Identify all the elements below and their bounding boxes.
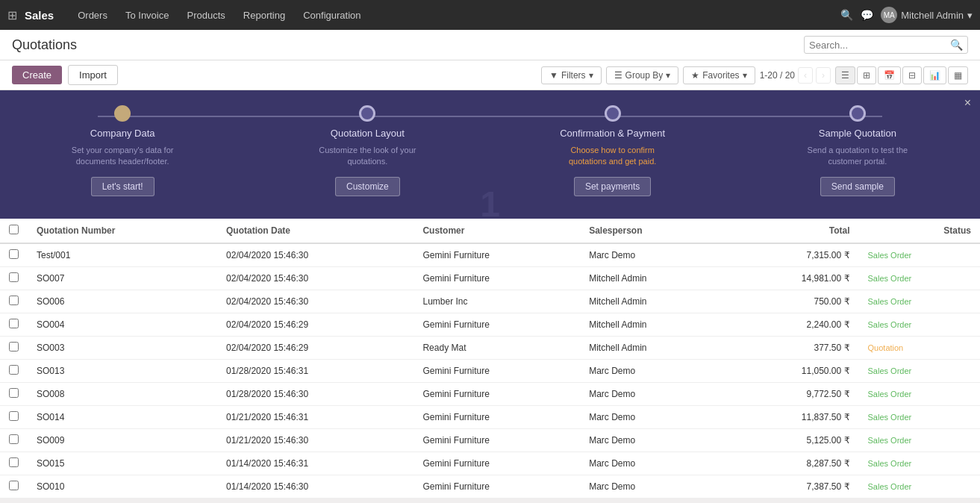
col-quotation-number[interactable]: Quotation Number [28,219,217,243]
grid-view-button[interactable]: ▦ [948,66,968,84]
chat-icon[interactable]: 💬 [861,9,873,21]
pagination-text: 1-20 / 20 [760,70,795,81]
row-date: 02/04/2020 15:46:30 [217,243,413,267]
step-4-title: Sample Quotation [819,128,896,139]
user-dropdown-icon: ▾ [967,10,973,21]
nav-products[interactable]: Products [179,7,232,24]
search-icon[interactable]: 🔍 [840,9,853,21]
col-total[interactable]: Total [728,219,858,243]
row-checkbox[interactable] [9,342,19,352]
col-customer[interactable]: Customer [413,219,580,243]
groupby-icon: ☰ [614,70,622,81]
table-row[interactable]: SO010 01/14/2020 15:46:30 Gemini Furnitu… [0,475,980,498]
row-date: 01/14/2020 15:46:30 [217,475,413,498]
row-checkbox[interactable] [9,319,19,328]
table-row[interactable]: SO015 01/14/2020 15:46:31 Gemini Furnitu… [0,452,980,475]
row-customer: Gemini Furniture [413,452,580,475]
row-checkbox[interactable] [9,272,19,282]
table-row[interactable]: SO013 01/28/2020 15:46:31 Gemini Furnitu… [0,359,980,382]
table-body: Test/001 02/04/2020 15:46:30 Gemini Furn… [0,243,980,499]
row-checkbox[interactable] [9,457,19,467]
nav-to-invoice[interactable]: To Invoice [118,7,177,24]
pivot-view-button[interactable]: ⊟ [902,66,922,84]
row-checkbox[interactable] [9,388,19,398]
row-checkbox[interactable] [9,249,19,259]
row-total: 377.50 ₹ [728,336,858,359]
row-checkbox-cell [0,313,28,336]
app-name[interactable]: Sales [25,9,54,22]
filters-button[interactable]: ▼ Filters ▾ [541,66,602,84]
col-quotation-date[interactable]: Quotation Date [217,219,413,243]
select-all-checkbox[interactable] [9,225,19,234]
row-salesperson: Marc Demo [580,475,728,498]
create-button[interactable]: Create [12,66,62,84]
toolbar: Create Import ▼ Filters ▾ ☰ Group By ▾ ★… [0,60,980,90]
row-checkbox[interactable] [9,296,19,305]
row-date: 01/28/2020 15:46:30 [217,382,413,405]
groupby-button[interactable]: ☰ Group By ▾ [606,66,679,84]
table-row[interactable]: SO014 01/21/2020 15:46:31 Gemini Furnitu… [0,405,980,428]
table-row[interactable]: Test/001 02/04/2020 15:46:30 Gemini Furn… [0,243,980,267]
table-row[interactable]: SO003 02/04/2020 15:46:29 Ready Mat Mitc… [0,336,980,359]
table-row[interactable]: SO007 02/04/2020 15:46:30 Gemini Furnitu… [0,266,980,290]
calendar-view-button[interactable]: 📅 [878,66,901,84]
step-2-button[interactable]: Customize [335,177,400,196]
row-total: 11,837.50 ₹ [728,405,858,428]
row-quotation-number: SO003 [28,336,217,359]
onboarding-step-1: Company Data Set your company's data for… [0,105,245,196]
status-badge: Sales Order [868,482,912,491]
favorites-label: Favorites [702,70,739,81]
view-buttons: ☰ ⊞ 📅 ⊟ 📊 ▦ [835,66,968,84]
row-date: 01/21/2020 15:46:31 [217,405,413,428]
row-total: 11,050.00 ₹ [728,359,858,382]
col-status[interactable]: Status [859,219,980,243]
app-grid-icon[interactable]: ⊞ [7,8,17,22]
onboarding-step-4: Sample Quotation Send a quotation to tes… [735,105,980,196]
row-customer: Gemini Furniture [413,405,580,428]
onboarding-banner: × Company Data Set your company's data f… [0,90,980,219]
onboarding-step-3: Confirmation & Payment Choose how to con… [490,105,735,196]
step-3-button[interactable]: Set payments [574,177,651,196]
nav-orders[interactable]: Orders [70,7,115,24]
next-page-button[interactable]: › [816,67,831,84]
search-input[interactable] [809,40,950,51]
step-2-dot [359,105,375,122]
row-checkbox[interactable] [9,481,19,490]
row-total: 8,287.50 ₹ [728,452,858,475]
table-row[interactable]: SO006 02/04/2020 15:46:30 Lumber Inc Mit… [0,290,980,313]
prev-page-button[interactable]: ‹ [798,67,813,84]
table-row[interactable]: SO009 01/21/2020 15:46:30 Gemini Furnitu… [0,428,980,452]
kanban-view-button[interactable]: ⊞ [857,66,876,84]
step-1-button[interactable]: Let's start! [91,177,155,196]
row-status: Sales Order [859,452,980,475]
step-4-button[interactable]: Send sample [820,177,895,196]
status-badge: Sales Order [868,459,912,468]
nav-reporting[interactable]: Reporting [236,7,293,24]
table-row[interactable]: SO008 01/28/2020 15:46:30 Gemini Furnitu… [0,382,980,405]
topnav-menu: Orders To Invoice Products Reporting Con… [70,7,836,24]
table-row[interactable]: SO004 02/04/2020 15:46:29 Gemini Furnitu… [0,313,980,336]
onboarding-steps: Company Data Set your company's data for… [0,105,980,196]
row-checkbox[interactable] [9,411,19,421]
row-total: 2,240.00 ₹ [728,313,858,336]
col-salesperson[interactable]: Salesperson [580,219,728,243]
row-status: Sales Order [859,266,980,290]
user-menu[interactable]: MA Mitchell Admin ▾ [881,7,973,23]
step-1-dot [114,105,131,122]
graph-view-button[interactable]: 📊 [923,66,946,84]
row-checkbox[interactable] [9,434,19,444]
list-view-button[interactable]: ☰ [835,66,855,84]
nav-configuration[interactable]: Configuration [296,7,368,24]
row-customer: Gemini Furniture [413,382,580,405]
row-checkbox[interactable] [9,365,19,375]
row-status: Sales Order [859,359,980,382]
favorites-button[interactable]: ★ Favorites ▾ [683,66,755,84]
import-button[interactable]: Import [68,65,118,85]
search-button[interactable]: 🔍 [950,39,963,51]
subheader: Quotations 🔍 [0,30,980,60]
step-1-desc: Set your company's data for documents he… [63,145,182,168]
select-all-column [0,219,28,243]
row-status: Sales Order [859,405,980,428]
topnav-right: 🔍 💬 MA Mitchell Admin ▾ [840,7,973,23]
step-4-desc: Send a quotation to test the customer po… [798,145,917,168]
